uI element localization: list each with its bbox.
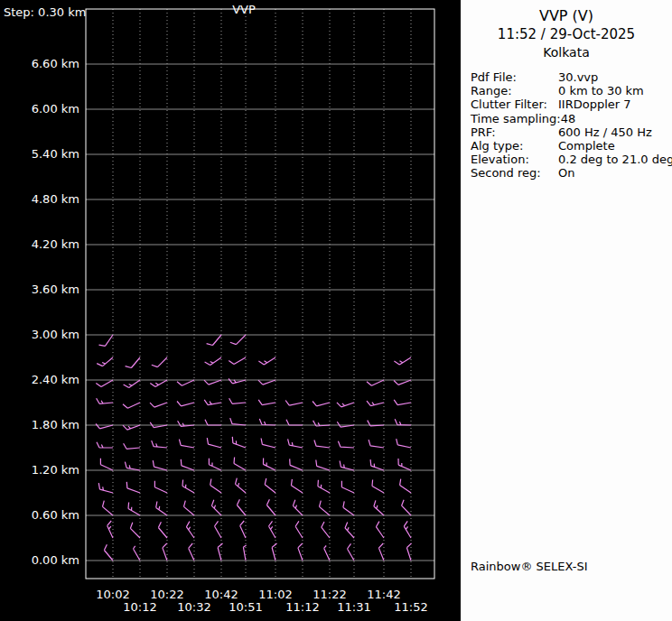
- wind-barb: [130, 523, 140, 538]
- wind-barb: [400, 479, 411, 493]
- wind-barb: [96, 424, 113, 429]
- wind-barb: [290, 459, 303, 470]
- info-panel: VVP (V) 11:52 / 29-Oct-2025 Kolkata Pdf …: [461, 0, 672, 621]
- wind-barb: [258, 400, 275, 405]
- wind-barb: [186, 522, 194, 538]
- panel-title: VVP (V): [461, 7, 672, 24]
- wind-barb: [343, 501, 354, 515]
- wind-barb: [158, 522, 167, 538]
- y-axis-tick-label: 1.80 km: [0, 418, 79, 431]
- wind-barb: [178, 421, 194, 426]
- y-axis-tick-label: 3.00 km: [0, 328, 79, 341]
- wind-barb: [398, 459, 411, 470]
- wind-barb: [126, 357, 140, 368]
- x-axis-tick-label: 11:31: [332, 600, 376, 614]
- wind-barb: [230, 335, 246, 345]
- wind-barb: [211, 500, 221, 515]
- field-label: Range:: [471, 84, 558, 97]
- wind-barb: [97, 442, 113, 448]
- wind-barb: [293, 500, 303, 515]
- wind-barb: [234, 458, 246, 471]
- plot-border: [86, 9, 434, 579]
- x-axis-tick-label: 10:32: [173, 600, 216, 614]
- field-value: Complete: [558, 139, 615, 153]
- field-value: 0 km to 30 km: [558, 84, 644, 97]
- wind-barb: [372, 480, 384, 494]
- wind-barb: [313, 421, 330, 426]
- wind-barb: [153, 460, 167, 470]
- wind-barb: [177, 380, 194, 385]
- wind-barb: [288, 439, 303, 448]
- wind-barb: [96, 380, 113, 387]
- y-axis-tick-label: 4.80 km: [0, 192, 79, 206]
- y-axis-tick-label: 0.60 km: [0, 508, 79, 522]
- wind-barb: [367, 401, 384, 405]
- wind-barb: [123, 425, 140, 430]
- chart-title: VVP: [86, 3, 402, 16]
- x-axis-tick-label: 11:22: [308, 588, 351, 601]
- wind-barb: [150, 403, 167, 407]
- wind-barb: [103, 501, 114, 515]
- wind-barb: [218, 543, 222, 561]
- wind-barb: [179, 440, 194, 448]
- wind-barb: [229, 398, 246, 403]
- wind-barb: [98, 483, 113, 493]
- wind-barb: [345, 523, 354, 539]
- wind-barb: [99, 335, 114, 346]
- wind-barb: [341, 481, 354, 493]
- field-value: 30.vvp: [558, 70, 598, 84]
- y-axis-tick-label: 4.20 km: [0, 237, 79, 251]
- field-label: Elevation:: [471, 153, 558, 166]
- wind-barb: [209, 459, 221, 470]
- wind-barb: [152, 440, 167, 448]
- field-value: IIRDoppler 7: [558, 97, 631, 111]
- y-axis-tick-label: 0.00 km: [0, 553, 79, 567]
- wind-barb: [376, 522, 384, 538]
- wind-barb: [285, 401, 303, 406]
- field-value: 600 Hz / 450 Hz: [558, 125, 652, 139]
- wind-profile-chart: Step: 0.30 km VVP 6.60 km6.00 km5.40 km4…: [0, 0, 461, 621]
- wind-barb: [237, 499, 246, 515]
- brand-footer: Rainbow® SELEX-SI: [471, 560, 588, 573]
- wind-barb: [258, 357, 275, 365]
- wind-barb: [124, 443, 140, 449]
- field-row: Time sampling:48: [471, 112, 672, 125]
- wind-barb: [134, 546, 141, 561]
- wind-barb: [402, 500, 411, 515]
- wind-barb: [259, 419, 275, 425]
- field-row: Clutter Filter:IIRDoppler 7: [471, 97, 672, 111]
- wind-barb: [150, 380, 167, 387]
- wind-barb: [123, 403, 140, 408]
- wind-barb: [107, 521, 113, 538]
- wind-barb: [154, 481, 167, 493]
- wind-barb: [156, 502, 167, 516]
- wind-barb: [189, 543, 194, 561]
- field-row: Range:0 km to 30 km: [471, 84, 672, 97]
- wind-barb: [124, 380, 140, 388]
- wind-barb: [207, 438, 221, 448]
- wind-barb: [215, 521, 222, 538]
- wind-barb: [210, 479, 221, 494]
- y-axis-tick-label: 6.00 km: [0, 102, 79, 116]
- wind-barb: [272, 543, 276, 561]
- x-axis-tick-label: 11:02: [254, 588, 297, 601]
- wind-barb: [337, 422, 354, 427]
- x-axis-tick-label: 10:51: [224, 600, 267, 614]
- panel-datetime: 11:52 / 29-Oct-2025: [461, 26, 672, 42]
- step-label: Step: 0.30 km: [4, 5, 86, 19]
- x-axis-tick-label: 11:42: [362, 588, 406, 601]
- x-axis-tick-label: 11:52: [389, 600, 433, 614]
- wind-barb: [125, 462, 140, 470]
- wind-barb: [369, 440, 384, 448]
- x-axis-tick-label: 10:12: [118, 600, 162, 614]
- field-label: Clutter Filter:: [471, 97, 558, 111]
- wind-barb: [324, 546, 330, 561]
- x-axis-tick-label: 10:42: [200, 588, 243, 601]
- x-axis-tick-label: 11:12: [281, 600, 324, 614]
- field-value: 48: [561, 112, 576, 125]
- wind-barb: [320, 501, 331, 515]
- wind-barb: [236, 478, 247, 493]
- wind-barb: [177, 402, 194, 406]
- wind-barb: [126, 482, 140, 493]
- wind-barb: [97, 398, 113, 403]
